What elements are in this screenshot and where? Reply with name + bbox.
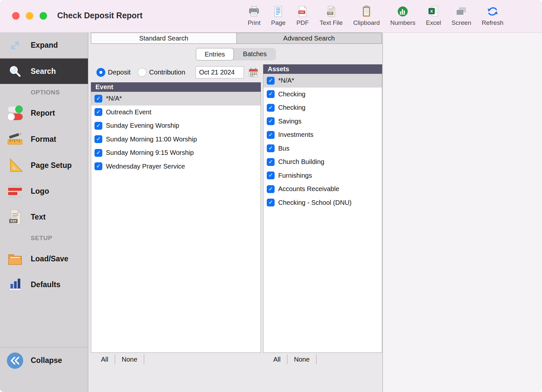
event-list-item[interactable]: Sunday Morning 11:00 Worship	[91, 133, 261, 146]
assets-list-actions: All None	[267, 354, 316, 364]
calendar-picker-button[interactable]	[248, 67, 259, 78]
checkbox-checked-icon[interactable]	[267, 90, 275, 98]
checkbox-checked-icon[interactable]	[94, 149, 102, 157]
assets-panel: Assets *N/A* Checking Checkin	[263, 64, 382, 353]
app-window: Check Deposit Report Print	[0, 0, 542, 392]
assets-list-item[interactable]: *N/A*	[263, 74, 382, 88]
excel-icon: X	[427, 5, 440, 18]
search-label: Search	[31, 67, 56, 76]
checkbox-checked-icon[interactable]	[267, 144, 275, 152]
contribution-radio[interactable]	[138, 68, 146, 77]
checkbox-checked-icon[interactable]	[267, 158, 275, 166]
close-button[interactable]	[12, 12, 20, 20]
assets-list-item[interactable]: Furnishings	[263, 169, 382, 183]
event-list-actions: All None	[94, 354, 144, 364]
assets-list-item[interactable]: Church Building	[263, 155, 382, 169]
page-label: Page	[271, 19, 285, 26]
page-button[interactable]: Page	[271, 5, 285, 26]
assets-list-item[interactable]: Checking	[263, 88, 382, 101]
tab-standard-search[interactable]: Standard Search	[91, 33, 236, 43]
assets-item-label: Savings	[278, 118, 301, 125]
clipboard-icon	[360, 5, 373, 18]
sidebar-item-report[interactable]: Report	[0, 100, 88, 126]
assets-list-item[interactable]: Accounts Receivable	[263, 182, 382, 196]
date-input[interactable]	[195, 66, 244, 78]
checkbox-checked-icon[interactable]	[267, 77, 275, 85]
checkbox-checked-icon[interactable]	[94, 95, 102, 103]
checkbox-checked-icon[interactable]	[267, 104, 275, 112]
pdf-button[interactable]: PDF PDF	[296, 5, 309, 26]
sidebar-item-format[interactable]: Format	[0, 126, 88, 152]
sidebar-item-page-setup[interactable]: Page Setup	[0, 152, 88, 178]
checkbox-checked-icon[interactable]	[267, 131, 275, 139]
deposit-radio[interactable]	[96, 68, 105, 77]
entries-batches-segmented: Entries Batches	[196, 48, 276, 60]
assets-list-item[interactable]: Checking - School (DNU)	[263, 196, 382, 210]
sidebar-item-load-save[interactable]: Load/Save	[0, 246, 88, 272]
assets-list-item[interactable]: Checking	[263, 101, 382, 115]
screen-label: Screen	[451, 19, 471, 26]
assets-panel-header: Assets	[263, 64, 382, 74]
assets-list-item[interactable]: Savings	[263, 115, 382, 128]
event-item-label: Sunday Evening Worship	[106, 122, 179, 129]
folder-icon	[6, 251, 24, 267]
clipboard-label: Clipboard	[353, 19, 380, 26]
segment-entries[interactable]: Entries	[196, 48, 234, 60]
deposit-radio-label: Deposit	[108, 68, 131, 76]
checkbox-checked-icon[interactable]	[267, 172, 275, 179]
tab-advanced-search[interactable]: Advanced Search	[236, 33, 382, 43]
event-select-all-button[interactable]: All	[94, 354, 115, 364]
assets-list-item[interactable]: Investments	[263, 128, 382, 142]
sidebar-item-defaults[interactable]: Defaults	[0, 271, 88, 298]
event-list-item[interactable]: Outreach Event	[91, 106, 261, 119]
event-list-item[interactable]: Wednesday Prayer Service	[91, 160, 261, 173]
refresh-button[interactable]: Refresh	[482, 5, 503, 26]
clipboard-button[interactable]: Clipboard	[353, 5, 380, 26]
text-file-button[interactable]: TXT Text File	[320, 5, 343, 26]
checkbox-checked-icon[interactable]	[94, 135, 102, 143]
sidebar-item-search[interactable]: Search	[0, 58, 88, 84]
assets-select-none-button[interactable]: None	[287, 354, 316, 364]
set-square-icon	[6, 157, 24, 173]
assets-item-label: Checking - School (DNU)	[278, 199, 352, 206]
zoom-button[interactable]	[40, 12, 47, 20]
page-icon	[272, 5, 285, 18]
screen-button[interactable]: Screen	[451, 5, 471, 26]
event-item-label: *N/A*	[106, 95, 122, 102]
format-label: Format	[31, 135, 56, 144]
assets-list-item[interactable]: Bus	[263, 142, 382, 155]
sidebar-item-text[interactable]: TXT Text	[0, 204, 88, 230]
event-list-item[interactable]: Sunday Evening Worship	[91, 119, 261, 133]
sidebar-item-expand[interactable]: Expand	[0, 33, 88, 58]
event-list-item[interactable]: *N/A*	[91, 92, 261, 106]
ruler-pencil-icon	[6, 131, 24, 147]
numbers-button[interactable]: Numbers	[390, 5, 415, 26]
assets-item-label: *N/A*	[278, 77, 294, 84]
assets-select-all-button[interactable]: All	[267, 354, 287, 364]
bar-chart-icon	[6, 277, 24, 292]
checkbox-checked-icon[interactable]	[94, 108, 102, 116]
event-select-none-button[interactable]: None	[115, 354, 144, 364]
refresh-label: Refresh	[482, 19, 503, 26]
print-button[interactable]: Print	[247, 5, 261, 26]
checkbox-checked-icon[interactable]	[94, 122, 102, 130]
minimize-button[interactable]	[26, 12, 33, 20]
numbers-label: Numbers	[390, 19, 415, 26]
checkbox-checked-icon[interactable]	[267, 199, 275, 206]
collapse-icon	[6, 352, 24, 369]
checkbox-checked-icon[interactable]	[94, 162, 102, 170]
checkbox-checked-icon[interactable]	[267, 117, 275, 125]
traffic-lights	[12, 12, 47, 20]
segment-batches[interactable]: Batches	[234, 48, 276, 60]
event-panel: Event *N/A* Outreach Event Su	[91, 82, 261, 353]
defaults-label: Defaults	[31, 280, 60, 289]
event-list-item[interactable]: Sunday Morning 9:15 Worship	[91, 146, 261, 160]
print-label: Print	[248, 19, 261, 26]
event-item-label: Sunday Morning 11:00 Worship	[106, 136, 197, 143]
calendar-icon	[248, 67, 259, 78]
excel-button[interactable]: X Excel	[426, 5, 441, 26]
event-item-label: Sunday Morning 9:15 Worship	[106, 149, 194, 156]
sidebar-item-collapse[interactable]: Collapse	[0, 347, 88, 373]
checkbox-checked-icon[interactable]	[267, 185, 275, 193]
sidebar-item-logo[interactable]: Logo	[0, 178, 88, 204]
